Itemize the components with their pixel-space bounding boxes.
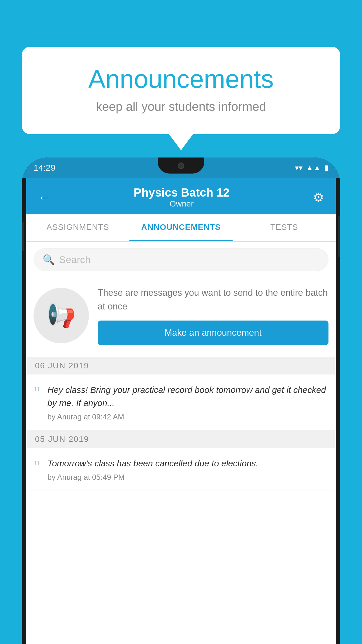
status-time: 14:29 [34, 163, 55, 173]
announcement-meta-2: by Anurag at 05:49 PM [48, 473, 328, 482]
announcement-content-1: Hey class! Bring your practical record b… [48, 383, 328, 421]
batch-title: Physics Batch 12 [50, 186, 313, 199]
date-divider-1: 06 JUN 2019 [26, 357, 336, 374]
make-announcement-button[interactable]: Make an announcement [98, 321, 328, 345]
announcement-item-2[interactable]: " Tomorrow's class has been cancelled du… [26, 448, 336, 491]
front-camera [178, 162, 184, 169]
phone-notch [158, 158, 204, 174]
back-button[interactable]: ← [38, 190, 50, 204]
speech-bubble: Announcements keep all your students inf… [22, 47, 340, 134]
search-placeholder: Search [59, 254, 91, 265]
tab-assignments[interactable]: ASSIGNMENTS [26, 214, 129, 241]
wifi-icon: ▾▾ [295, 163, 303, 172]
settings-icon[interactable]: ⚙ [313, 190, 324, 204]
tab-announcements[interactable]: ANNOUNCEMENTS [129, 214, 233, 241]
tab-tests[interactable]: TESTS [233, 214, 336, 241]
bubble-subtitle: keep all your students informed [45, 100, 317, 114]
search-icon: 🔍 [43, 254, 55, 265]
announcement-meta-1: by Anurag at 09:42 AM [48, 412, 328, 421]
announcement-item-1[interactable]: " Hey class! Bring your practical record… [26, 374, 336, 430]
megaphone-icon: 📢 [47, 302, 76, 329]
header-title-block: Physics Batch 12 Owner [50, 186, 313, 209]
quote-icon-1: " [34, 385, 40, 401]
promo-description: These are messages you want to send to t… [98, 286, 328, 313]
battery-icon: ▮ [324, 163, 328, 172]
app-header: ← Physics Batch 12 Owner ⚙ [26, 178, 336, 214]
speech-bubble-container: Announcements keep all your students inf… [22, 47, 340, 134]
megaphone-icon-circle: 📢 [34, 288, 89, 343]
date-divider-2: 05 JUN 2019 [26, 430, 336, 448]
announcement-text-1: Hey class! Bring your practical record b… [48, 383, 328, 410]
signal-icon: ▲▲ [306, 163, 321, 172]
tab-bar: ASSIGNMENTS ANNOUNCEMENTS TESTS [26, 214, 336, 242]
batch-role: Owner [50, 199, 313, 209]
volume-button [22, 222, 24, 251]
promo-section: 📢 These are messages you want to send to… [26, 277, 336, 357]
status-icons: ▾▾ ▲▲ ▮ [295, 163, 328, 172]
bubble-title: Announcements [45, 64, 317, 94]
announcement-content-2: Tomorrow's class has been cancelled due … [48, 457, 328, 482]
promo-content: These are messages you want to send to t… [98, 286, 328, 345]
quote-icon-2: " [34, 458, 40, 475]
announcement-text-2: Tomorrow's class has been cancelled due … [48, 457, 328, 470]
power-button [338, 216, 340, 257]
search-bar[interactable]: 🔍 Search [34, 248, 328, 271]
phone-frame: 14:29 ▾▾ ▲▲ ▮ ← Physics Batch 12 Owner ⚙… [22, 158, 340, 644]
phone-screen: ← Physics Batch 12 Owner ⚙ ASSIGNMENTS A… [26, 178, 336, 644]
